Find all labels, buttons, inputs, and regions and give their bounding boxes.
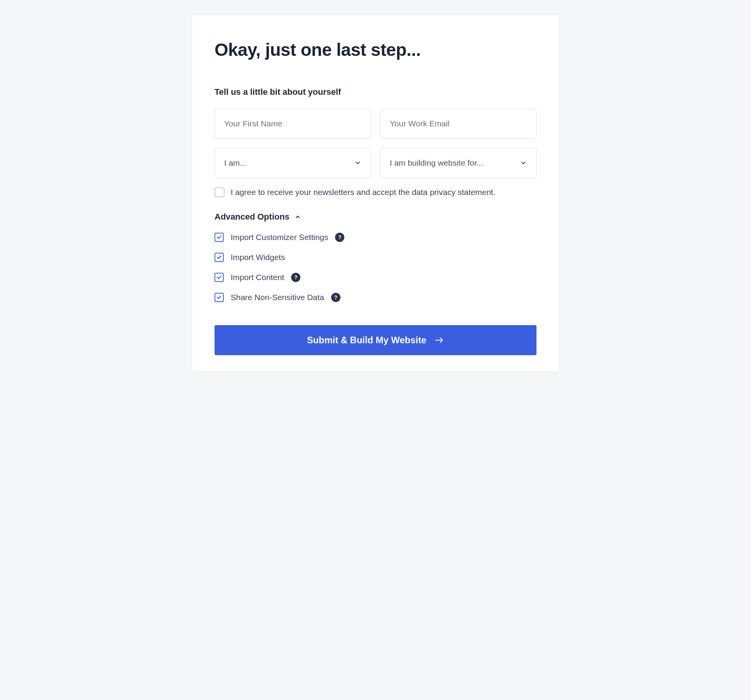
chevron-up-icon [295, 214, 301, 220]
advanced-options-label: Advanced Options [215, 212, 289, 222]
share-data-label: Share Non-Sensitive Data [231, 293, 324, 302]
role-select-label: I am... [224, 158, 246, 168]
import-customizer-checkbox[interactable] [215, 233, 224, 242]
checkmark-icon [216, 275, 222, 280]
help-icon[interactable]: ? [291, 273, 300, 282]
arrow-right-icon [435, 337, 444, 344]
first-name-field-wrapper [215, 109, 371, 139]
advanced-option-item: Import Customizer Settings ? [215, 233, 536, 242]
share-data-checkbox[interactable] [215, 293, 224, 302]
page-title: Okay, just one last step... [215, 39, 536, 60]
work-email-input[interactable] [390, 119, 527, 128]
advanced-options-list: Import Customizer Settings ? Import Widg… [215, 233, 536, 302]
subtitle: Tell us a little bit about yourself [215, 87, 536, 97]
import-content-checkbox[interactable] [215, 273, 224, 282]
onboarding-card: Okay, just one last step... Tell us a li… [192, 15, 559, 371]
checkmark-icon [216, 235, 222, 240]
building-for-select[interactable]: I am building website for... [380, 148, 536, 178]
consent-label: I agree to receive your newsletters and … [231, 188, 496, 197]
import-customizer-label: Import Customizer Settings [231, 233, 328, 242]
chevron-down-icon [354, 159, 361, 166]
building-for-select-label: I am building website for... [390, 158, 483, 168]
import-content-label: Import Content [231, 273, 284, 282]
select-row: I am... I am building website for... [215, 148, 536, 178]
chevron-down-icon [520, 159, 527, 166]
first-name-input[interactable] [224, 119, 361, 128]
consent-row: I agree to receive your newsletters and … [215, 187, 536, 197]
submit-button-label: Submit & Build My Website [307, 335, 426, 346]
import-widgets-label: Import Widgets [231, 253, 285, 262]
email-field-wrapper [380, 109, 536, 139]
advanced-option-item: Share Non-Sensitive Data ? [215, 293, 536, 302]
consent-checkbox[interactable] [215, 187, 225, 197]
checkmark-icon [216, 255, 222, 260]
help-icon[interactable]: ? [335, 233, 344, 242]
checkmark-icon [216, 295, 222, 300]
advanced-option-item: Import Content ? [215, 273, 536, 282]
input-row-1 [215, 109, 536, 139]
import-widgets-checkbox[interactable] [215, 253, 224, 262]
advanced-options-toggle[interactable]: Advanced Options [215, 212, 536, 222]
role-select[interactable]: I am... [215, 148, 371, 178]
submit-button[interactable]: Submit & Build My Website [215, 325, 536, 355]
advanced-option-item: Import Widgets [215, 253, 536, 262]
help-icon[interactable]: ? [331, 293, 340, 302]
